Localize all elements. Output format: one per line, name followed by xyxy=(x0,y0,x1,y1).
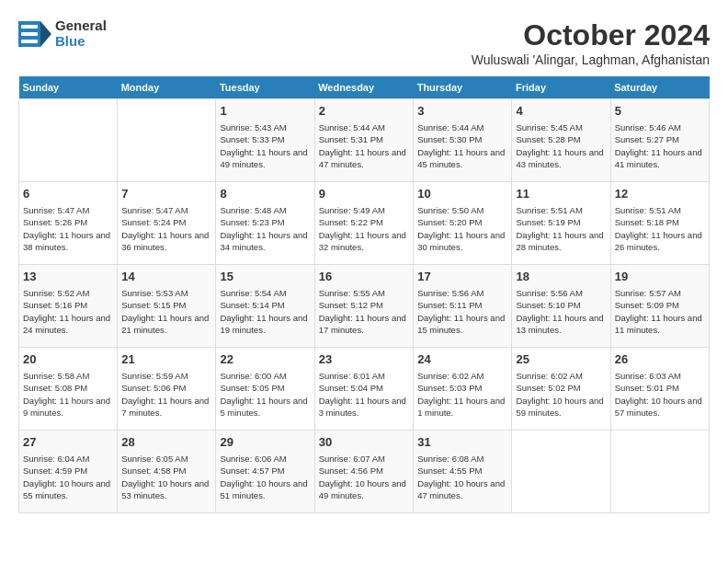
day-number: 10 xyxy=(417,186,507,202)
day-number: 17 xyxy=(417,269,507,285)
day-number: 23 xyxy=(319,351,409,368)
day-detail: Sunrise: 5:51 AM Sunset: 5:18 PM Dayligh… xyxy=(615,204,705,253)
day-detail: Sunrise: 6:03 AM Sunset: 5:01 PM Dayligh… xyxy=(615,370,705,419)
calendar-cell: 4Sunrise: 5:45 AM Sunset: 5:28 PM Daylig… xyxy=(512,99,610,182)
calendar-cell: 6Sunrise: 5:47 AM Sunset: 5:26 PM Daylig… xyxy=(19,182,118,265)
day-detail: Sunrise: 6:05 AM Sunset: 4:58 PM Dayligh… xyxy=(121,453,211,501)
logo: General Blue xyxy=(18,18,107,49)
title-area: October 2024 Wuluswali 'Alingar, Laghman… xyxy=(472,18,710,67)
calendar-cell: 31Sunrise: 6:08 AM Sunset: 4:55 PM Dayli… xyxy=(414,431,512,513)
calendar-cell: 18Sunrise: 5:56 AM Sunset: 5:10 PM Dayli… xyxy=(512,265,610,348)
day-number: 11 xyxy=(516,186,606,202)
header-day-wednesday: Wednesday xyxy=(314,76,413,99)
day-detail: Sunrise: 5:46 AM Sunset: 5:27 PM Dayligh… xyxy=(615,121,705,170)
day-number: 27 xyxy=(23,434,113,451)
day-detail: Sunrise: 5:56 AM Sunset: 5:10 PM Dayligh… xyxy=(516,287,606,336)
day-number: 7 xyxy=(121,186,211,202)
day-detail: Sunrise: 6:00 AM Sunset: 5:05 PM Dayligh… xyxy=(220,370,310,419)
calendar-cell: 17Sunrise: 5:56 AM Sunset: 5:11 PM Dayli… xyxy=(414,265,512,348)
day-detail: Sunrise: 5:59 AM Sunset: 5:06 PM Dayligh… xyxy=(121,370,211,419)
calendar-cell: 11Sunrise: 5:51 AM Sunset: 5:19 PM Dayli… xyxy=(512,182,610,265)
header-day-tuesday: Tuesday xyxy=(216,76,314,99)
calendar-cell: 2Sunrise: 5:44 AM Sunset: 5:31 PM Daylig… xyxy=(314,99,413,182)
header-day-monday: Monday xyxy=(118,76,216,99)
day-number: 29 xyxy=(220,434,310,451)
day-detail: Sunrise: 6:04 AM Sunset: 4:59 PM Dayligh… xyxy=(23,453,113,501)
day-detail: Sunrise: 6:08 AM Sunset: 4:55 PM Dayligh… xyxy=(417,453,507,501)
day-number: 18 xyxy=(516,269,606,285)
day-detail: Sunrise: 6:02 AM Sunset: 5:02 PM Dayligh… xyxy=(516,370,606,419)
calendar-cell xyxy=(118,99,216,182)
day-number: 28 xyxy=(121,434,211,451)
calendar-cell: 28Sunrise: 6:05 AM Sunset: 4:58 PM Dayli… xyxy=(118,431,216,513)
calendar-cell: 26Sunrise: 6:03 AM Sunset: 5:01 PM Dayli… xyxy=(610,348,709,431)
day-number: 20 xyxy=(23,351,113,368)
header: General Blue October 2024 Wuluswali 'Ali… xyxy=(18,18,710,67)
calendar-week-row: 6Sunrise: 5:47 AM Sunset: 5:26 PM Daylig… xyxy=(19,182,710,265)
calendar-table: SundayMondayTuesdayWednesdayThursdayFrid… xyxy=(18,76,710,513)
day-number: 21 xyxy=(121,351,211,368)
location-title: Wuluswali 'Alingar, Laghman, Afghanistan xyxy=(472,52,710,67)
day-detail: Sunrise: 5:58 AM Sunset: 5:08 PM Dayligh… xyxy=(23,370,113,419)
calendar-week-row: 20Sunrise: 5:58 AM Sunset: 5:08 PM Dayli… xyxy=(19,348,710,431)
day-number: 1 xyxy=(220,103,310,120)
calendar-cell: 27Sunrise: 6:04 AM Sunset: 4:59 PM Dayli… xyxy=(19,431,118,513)
calendar-cell: 3Sunrise: 5:44 AM Sunset: 5:30 PM Daylig… xyxy=(414,99,512,182)
day-number: 9 xyxy=(319,186,409,202)
calendar-cell: 12Sunrise: 5:51 AM Sunset: 5:18 PM Dayli… xyxy=(610,182,709,265)
day-number: 12 xyxy=(615,186,705,202)
calendar-cell: 22Sunrise: 6:00 AM Sunset: 5:05 PM Dayli… xyxy=(216,348,314,431)
header-day-sunday: Sunday xyxy=(19,76,118,99)
day-detail: Sunrise: 5:57 AM Sunset: 5:09 PM Dayligh… xyxy=(615,287,705,336)
svg-rect-2 xyxy=(21,25,38,29)
logo-blue: Blue xyxy=(55,34,107,50)
calendar-cell: 19Sunrise: 5:57 AM Sunset: 5:09 PM Dayli… xyxy=(610,265,709,348)
day-number: 22 xyxy=(220,351,310,368)
calendar-cell: 5Sunrise: 5:46 AM Sunset: 5:27 PM Daylig… xyxy=(610,99,709,182)
calendar-cell: 20Sunrise: 5:58 AM Sunset: 5:08 PM Dayli… xyxy=(19,348,118,431)
day-number: 30 xyxy=(319,434,409,451)
month-title: October 2024 xyxy=(472,18,710,52)
day-number: 24 xyxy=(417,351,507,368)
day-number: 19 xyxy=(615,269,705,285)
calendar-cell xyxy=(610,431,709,513)
calendar-cell: 1Sunrise: 5:43 AM Sunset: 5:33 PM Daylig… xyxy=(216,99,314,182)
calendar-week-row: 1Sunrise: 5:43 AM Sunset: 5:33 PM Daylig… xyxy=(19,99,710,182)
svg-rect-4 xyxy=(21,40,38,43)
calendar-cell: 21Sunrise: 5:59 AM Sunset: 5:06 PM Dayli… xyxy=(118,348,216,431)
day-number: 25 xyxy=(516,351,606,368)
day-detail: Sunrise: 6:06 AM Sunset: 4:57 PM Dayligh… xyxy=(220,453,310,501)
calendar-week-row: 27Sunrise: 6:04 AM Sunset: 4:59 PM Dayli… xyxy=(19,431,710,513)
calendar-cell: 23Sunrise: 6:01 AM Sunset: 5:04 PM Dayli… xyxy=(314,348,413,431)
calendar-cell: 24Sunrise: 6:02 AM Sunset: 5:03 PM Dayli… xyxy=(414,348,512,431)
day-number: 8 xyxy=(220,186,310,202)
calendar-cell: 10Sunrise: 5:50 AM Sunset: 5:20 PM Dayli… xyxy=(414,182,512,265)
day-detail: Sunrise: 5:50 AM Sunset: 5:20 PM Dayligh… xyxy=(417,204,507,253)
svg-rect-3 xyxy=(21,32,38,36)
day-detail: Sunrise: 5:49 AM Sunset: 5:22 PM Dayligh… xyxy=(319,204,409,253)
calendar-header-row: SundayMondayTuesdayWednesdayThursdayFrid… xyxy=(19,76,710,99)
day-number: 31 xyxy=(417,434,507,451)
day-number: 4 xyxy=(516,103,606,120)
day-detail: Sunrise: 6:01 AM Sunset: 5:04 PM Dayligh… xyxy=(319,370,409,419)
day-detail: Sunrise: 5:47 AM Sunset: 5:24 PM Dayligh… xyxy=(121,204,211,253)
day-detail: Sunrise: 5:55 AM Sunset: 5:12 PM Dayligh… xyxy=(319,287,409,336)
calendar-cell: 25Sunrise: 6:02 AM Sunset: 5:02 PM Dayli… xyxy=(512,348,610,431)
day-detail: Sunrise: 5:54 AM Sunset: 5:14 PM Dayligh… xyxy=(220,287,310,336)
day-number: 16 xyxy=(319,269,409,285)
day-number: 2 xyxy=(319,103,409,120)
calendar-cell: 7Sunrise: 5:47 AM Sunset: 5:24 PM Daylig… xyxy=(118,182,216,265)
calendar-cell xyxy=(512,431,610,513)
calendar-week-row: 13Sunrise: 5:52 AM Sunset: 5:16 PM Dayli… xyxy=(19,265,710,348)
day-detail: Sunrise: 5:45 AM Sunset: 5:28 PM Dayligh… xyxy=(516,121,606,170)
day-detail: Sunrise: 6:07 AM Sunset: 4:56 PM Dayligh… xyxy=(319,453,409,501)
calendar-cell: 30Sunrise: 6:07 AM Sunset: 4:56 PM Dayli… xyxy=(314,431,413,513)
header-day-saturday: Saturday xyxy=(610,76,709,99)
day-detail: Sunrise: 6:02 AM Sunset: 5:03 PM Dayligh… xyxy=(417,370,507,419)
day-number: 15 xyxy=(220,269,310,285)
logo-general: General xyxy=(55,18,107,34)
header-day-thursday: Thursday xyxy=(414,76,512,99)
day-detail: Sunrise: 5:43 AM Sunset: 5:33 PM Dayligh… xyxy=(220,121,310,170)
calendar-cell: 13Sunrise: 5:52 AM Sunset: 5:16 PM Dayli… xyxy=(19,265,118,348)
calendar-cell: 9Sunrise: 5:49 AM Sunset: 5:22 PM Daylig… xyxy=(314,182,413,265)
